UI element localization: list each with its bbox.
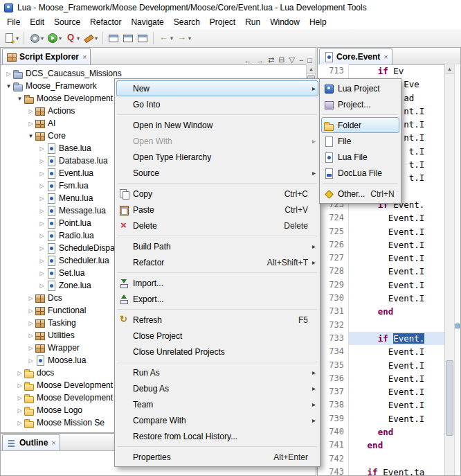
code-line-735[interactable]: 735 Event.I xyxy=(318,359,444,372)
run-button[interactable]: ▾ xyxy=(46,30,63,46)
code-text[interactable]: Event.I xyxy=(349,238,444,252)
table-2-button[interactable] xyxy=(121,30,135,46)
expand-icon[interactable]: ▷ xyxy=(38,146,46,152)
menubar-item-edit[interactable]: Edit xyxy=(25,16,49,28)
expand-icon[interactable]: ▷ xyxy=(27,320,35,326)
code-text[interactable]: Event.I xyxy=(349,359,444,372)
forward-button[interactable]: ▾ xyxy=(175,30,192,46)
menubar-item-navigate[interactable]: Navigate xyxy=(126,16,168,28)
expand-icon[interactable]: ▷ xyxy=(5,71,12,77)
menu-item-new[interactable]: New▸ xyxy=(116,80,318,96)
menubar-item-help[interactable]: Help xyxy=(305,16,332,28)
tab-core-event[interactable]: Core.Event × xyxy=(319,49,392,64)
code-line-733[interactable]: 733 if Event. xyxy=(318,332,444,345)
code-line-730[interactable]: 730 Event.I xyxy=(318,292,444,305)
code-line-741[interactable]: 741 end xyxy=(318,439,444,452)
collapse-icon[interactable]: ▼ xyxy=(16,96,24,102)
submenu-item-lua-file[interactable]: Lua File xyxy=(321,149,399,165)
expand-icon[interactable]: ▷ xyxy=(38,258,46,264)
code-line-729[interactable]: 729 Event.I xyxy=(318,279,444,292)
scroll-up-icon[interactable]: ▲ xyxy=(445,64,454,74)
expand-icon[interactable]: ▷ xyxy=(16,382,24,389)
code-line-728[interactable]: 728 Event.I xyxy=(318,265,444,278)
code-text[interactable]: Event.I xyxy=(349,385,444,398)
submenu-item-lua-project[interactable]: Lua Project xyxy=(321,80,399,96)
menu-item-delete[interactable]: DeleteDelete xyxy=(116,218,318,233)
code-text[interactable]: Event.I xyxy=(349,398,444,412)
expand-icon[interactable]: ▷ xyxy=(27,108,35,114)
new-wizard-button[interactable]: ▾ xyxy=(3,30,20,46)
code-line-727[interactable]: 727 Event.I xyxy=(318,252,444,265)
coverage-button[interactable]: ▾ xyxy=(64,30,81,46)
expand-icon[interactable]: ▷ xyxy=(16,420,24,426)
expand-icon[interactable]: ▷ xyxy=(38,270,46,276)
expand-icon[interactable]: ▷ xyxy=(38,183,46,189)
code-text[interactable]: Event.I xyxy=(349,412,444,425)
menu-item-build-path[interactable]: Build Path▸ xyxy=(116,238,318,254)
menu-item-export[interactable]: Export... xyxy=(116,291,318,307)
menu-item-go-into[interactable]: Go Into xyxy=(116,96,318,112)
code-line-742[interactable]: 742 xyxy=(318,452,444,466)
menubar-item-window[interactable]: Window xyxy=(265,16,305,28)
expand-icon[interactable]: ▷ xyxy=(38,195,46,202)
code-line-739[interactable]: 739 Event.I xyxy=(318,412,444,425)
code-line-731[interactable]: 731 end xyxy=(318,305,444,318)
menu-item-close-project[interactable]: Close Project xyxy=(116,328,318,344)
table-3-button[interactable] xyxy=(136,30,150,46)
code-text[interactable]: if Event. xyxy=(349,332,444,345)
close-icon[interactable]: × xyxy=(51,439,55,447)
code-line-740[interactable]: 740 end xyxy=(318,425,444,439)
code-text[interactable]: if Event.ta xyxy=(349,466,444,475)
code-text[interactable]: end xyxy=(349,425,444,439)
code-line-713[interactable]: 713 if Ev xyxy=(318,64,444,78)
minimize-icon[interactable]: − xyxy=(299,56,303,64)
menu-item-team[interactable]: Team▸ xyxy=(116,396,318,412)
back-button[interactable]: ▾ xyxy=(157,30,174,46)
expand-icon[interactable]: ▷ xyxy=(38,220,46,227)
code-text[interactable]: end xyxy=(349,305,444,318)
code-text[interactable]: Event.I xyxy=(349,279,444,292)
format-button[interactable]: ▾ xyxy=(82,30,99,46)
expand-icon[interactable]: ▷ xyxy=(38,283,46,289)
menu-item-open-type-hierarchy[interactable]: Open Type Hierarchy xyxy=(116,149,318,165)
submenu-item-project[interactable]: Project... xyxy=(321,96,399,112)
collapse-icon[interactable]: ▼ xyxy=(5,83,12,89)
tab-script-explorer[interactable]: Script Explorer × xyxy=(2,49,91,64)
menubar-item-refactor[interactable]: Refactor xyxy=(85,16,126,28)
code-text[interactable]: Event.I xyxy=(349,225,444,238)
menu-item-compare-with[interactable]: Compare With▸ xyxy=(116,412,318,428)
expand-icon[interactable]: ▷ xyxy=(27,358,35,364)
code-text[interactable]: if Ev xyxy=(349,64,444,78)
menubar-item-project[interactable]: Project xyxy=(205,16,240,28)
expand-icon[interactable]: ▷ xyxy=(38,233,46,239)
menubar-item-search[interactable]: Search xyxy=(169,16,205,28)
expand-icon[interactable]: ▷ xyxy=(27,308,35,314)
back-icon[interactable]: ← xyxy=(244,56,252,64)
menu-item-import[interactable]: Import... xyxy=(116,275,318,291)
code-text[interactable]: Event.I xyxy=(349,345,444,358)
submenu-item-file[interactable]: File xyxy=(321,133,399,149)
expand-icon[interactable]: ▷ xyxy=(16,395,24,401)
code-text[interactable]: Event.I xyxy=(349,292,444,305)
expand-icon[interactable]: ▷ xyxy=(27,121,35,127)
code-line-736[interactable]: 736 Event.I xyxy=(318,372,444,385)
table-button[interactable] xyxy=(107,30,120,46)
code-line-743[interactable]: 743 if Event.ta xyxy=(318,466,444,475)
submenu-item-doclua-file[interactable]: DocLua File xyxy=(321,165,399,181)
code-line-732[interactable]: 732 xyxy=(318,319,444,332)
overview-ruler[interactable] xyxy=(454,64,460,475)
expand-icon[interactable]: ▷ xyxy=(38,158,46,164)
menu-item-run-as[interactable]: Run As▸ xyxy=(116,364,318,380)
code-line-726[interactable]: 726 Event.I xyxy=(318,238,444,252)
menu-item-refactor[interactable]: RefactorAlt+Shift+T▸ xyxy=(116,254,318,270)
expand-icon[interactable]: ▷ xyxy=(38,208,46,214)
submenu-item-other[interactable]: Other...Ctrl+N xyxy=(321,186,399,202)
code-text[interactable]: Event.I xyxy=(349,372,444,385)
menu-item-debug-as[interactable]: Debug As▸ xyxy=(116,380,318,396)
tab-outline[interactable]: Outline × xyxy=(2,434,60,450)
menubar-item-run[interactable]: Run xyxy=(240,16,265,28)
code-line-734[interactable]: 734 Event.I xyxy=(318,345,444,358)
code-line-738[interactable]: 738 Event.I xyxy=(318,398,444,412)
forward-icon[interactable]: → xyxy=(256,56,264,64)
menubar-item-file[interactable]: File xyxy=(2,16,25,28)
